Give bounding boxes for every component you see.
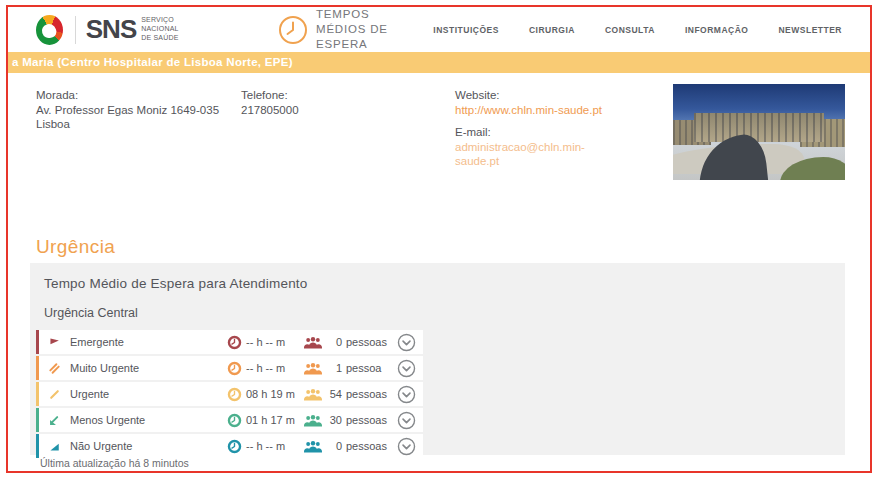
panel-title: Tempo Médio de Espera para Atendimento bbox=[44, 276, 845, 291]
expand-row-button[interactable] bbox=[397, 437, 416, 456]
triage-row-menos-urgente: Menos Urgente 01 h 17 m 30 pessoas bbox=[36, 408, 423, 432]
row-metrics: 01 h 17 m 30 pessoas bbox=[227, 411, 416, 430]
people-unit: pessoa bbox=[346, 362, 393, 374]
website-link[interactable]: http://www.chln.min-saude.pt bbox=[455, 103, 613, 117]
nav-newsletter[interactable]: NEWSLETTER bbox=[778, 25, 842, 35]
triage-row-nao-urgente: Não Urgente -- h -- m 0 pessoas bbox=[36, 434, 423, 458]
people-count: 54 bbox=[324, 388, 342, 400]
people-count: 0 bbox=[324, 336, 342, 348]
site-title: TEMPOS MÉDIOS DE ESPERA bbox=[316, 7, 433, 52]
clock-icon bbox=[227, 439, 242, 454]
clock-icon bbox=[278, 15, 308, 45]
last-update-text: Última atualização há 8 minutos bbox=[40, 457, 189, 469]
wait-time: -- h -- m bbox=[246, 362, 304, 374]
triage-row-muito-urgente: Muito Urgente -- h -- m 1 pessoa bbox=[36, 356, 423, 380]
people-icon bbox=[304, 362, 322, 375]
nav-informacao[interactable]: INFORMAÇÃO bbox=[685, 25, 749, 35]
chevron-down-icon bbox=[397, 437, 416, 456]
address-label: Morada: bbox=[36, 88, 231, 102]
main-nav: INSTITUIÇÕES CIRURGIA CONSULTA INFORMAÇÃ… bbox=[433, 25, 870, 35]
address-block: Morada: Av. Professor Egas Moniz 1649-03… bbox=[36, 88, 231, 131]
triage-rows: Emergente -- h -- m 0 pessoas Muito Urge… bbox=[36, 330, 423, 458]
sns-tagline: SERVIÇO NACIONAL DE SAÚDE bbox=[141, 16, 206, 42]
people-unit: pessoas bbox=[346, 440, 393, 452]
wait-time: 01 h 17 m bbox=[246, 414, 304, 426]
people-unit: pessoas bbox=[346, 388, 393, 400]
row-metrics: -- h -- m 0 pessoas bbox=[227, 333, 416, 352]
slash-triangle-icon bbox=[48, 414, 61, 427]
chevron-down-icon bbox=[397, 411, 416, 430]
flag-icon bbox=[48, 336, 61, 349]
chevron-down-icon bbox=[397, 333, 416, 352]
clock-icon bbox=[227, 361, 242, 376]
nav-consulta[interactable]: CONSULTA bbox=[605, 25, 655, 35]
phone-block: Telefone: 217805000 bbox=[241, 88, 381, 117]
row-metrics: -- h -- m 0 pessoas bbox=[227, 437, 416, 456]
single-slash-icon bbox=[48, 388, 61, 401]
people-count: 1 bbox=[324, 362, 342, 374]
triage-row-emergente: Emergente -- h -- m 0 pessoas bbox=[36, 330, 423, 354]
triage-label: Não Urgente bbox=[70, 440, 132, 452]
contact-section: Morada: Av. Professor Egas Moniz 1649-03… bbox=[8, 88, 870, 188]
wait-time: -- h -- m bbox=[246, 440, 304, 452]
nav-cirurgia[interactable]: CIRURGIA bbox=[529, 25, 575, 35]
email-label: E-mail: bbox=[455, 125, 613, 139]
triangle-icon bbox=[48, 440, 61, 453]
expand-row-button[interactable] bbox=[397, 385, 416, 404]
page: SNS SERVIÇO NACIONAL DE SAÚDE TEMPOS MÉD… bbox=[0, 0, 876, 480]
email-link[interactable]: administracao@chln.min-saude.pt bbox=[455, 140, 613, 168]
people-icon bbox=[304, 440, 322, 453]
clock-icon bbox=[227, 387, 242, 402]
clock-icon bbox=[227, 413, 242, 428]
row-metrics: 08 h 19 m 54 pessoas bbox=[227, 385, 416, 404]
expand-row-button[interactable] bbox=[397, 359, 416, 378]
chevron-down-icon bbox=[397, 385, 416, 404]
triage-row-urgente: Urgente 08 h 19 m 54 pessoas bbox=[36, 382, 423, 406]
triage-label: Emergente bbox=[70, 336, 124, 348]
photo-building-main bbox=[694, 113, 825, 142]
people-unit: pessoas bbox=[346, 414, 393, 426]
header: SNS SERVIÇO NACIONAL DE SAÚDE TEMPOS MÉD… bbox=[8, 7, 870, 52]
expand-row-button[interactable] bbox=[397, 333, 416, 352]
people-count: 30 bbox=[324, 414, 342, 426]
hospital-banner: a Maria (Centro Hospitalar de Lisboa Nor… bbox=[8, 52, 870, 73]
wait-time: -- h -- m bbox=[246, 336, 304, 348]
phone-label: Telefone: bbox=[241, 88, 381, 102]
wait-time: 08 h 19 m bbox=[246, 388, 304, 400]
people-unit: pessoas bbox=[346, 336, 393, 348]
clock-icon bbox=[227, 335, 242, 350]
tempos-medios-logo[interactable]: TEMPOS MÉDIOS DE ESPERA bbox=[278, 7, 433, 52]
double-slash-icon bbox=[48, 362, 61, 375]
address-value: Av. Professor Egas Moniz 1649-035 Lisboa bbox=[36, 103, 231, 131]
sns-logo[interactable]: SNS SERVIÇO NACIONAL DE SAÚDE bbox=[36, 14, 206, 45]
urgencia-central-label: Urgência Central bbox=[44, 306, 845, 320]
logo-divider bbox=[75, 16, 76, 44]
sns-globe-icon bbox=[36, 15, 63, 45]
phone-value: 217805000 bbox=[241, 103, 381, 117]
expand-row-button[interactable] bbox=[397, 411, 416, 430]
web-block: Website: http://www.chln.min-saude.pt E-… bbox=[455, 88, 613, 168]
row-metrics: -- h -- m 1 pessoa bbox=[227, 359, 416, 378]
triage-label: Muito Urgente bbox=[70, 362, 139, 374]
sns-logo-text: SNS bbox=[86, 14, 136, 45]
hospital-name: a Maria (Centro Hospitalar de Lisboa Nor… bbox=[12, 56, 293, 68]
triage-label: Urgente bbox=[70, 388, 109, 400]
people-count: 0 bbox=[324, 440, 342, 452]
triage-label: Menos Urgente bbox=[70, 414, 145, 426]
urgencia-panel: Tempo Médio de Espera para Atendimento U… bbox=[30, 263, 845, 455]
chevron-down-icon bbox=[397, 359, 416, 378]
website-label: Website: bbox=[455, 88, 613, 102]
people-icon bbox=[304, 336, 322, 349]
hospital-photo bbox=[673, 84, 845, 180]
people-icon bbox=[304, 414, 322, 427]
people-icon bbox=[304, 388, 322, 401]
urgencia-title: Urgência bbox=[36, 236, 115, 258]
nav-instituicoes[interactable]: INSTITUIÇÕES bbox=[433, 25, 499, 35]
